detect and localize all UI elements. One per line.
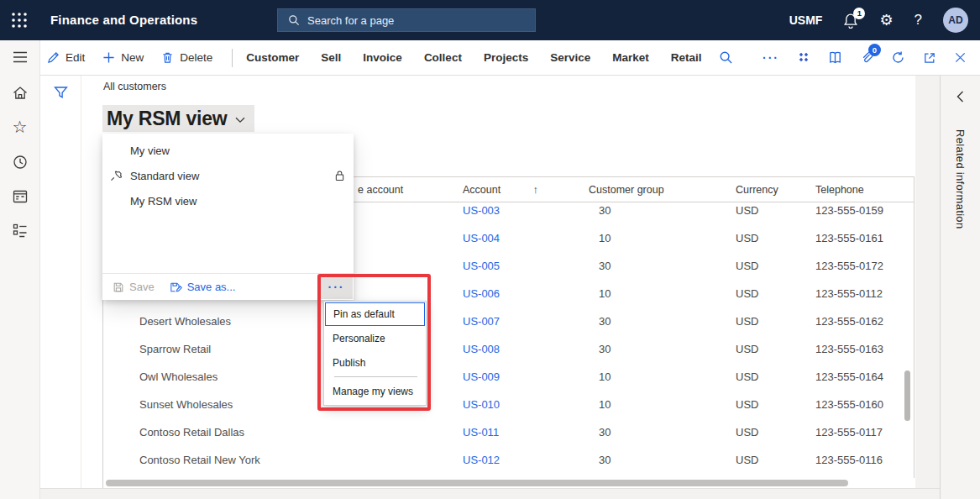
cell-customer-group: 10: [589, 232, 736, 244]
action-pane-tab[interactable]: Customer: [246, 51, 299, 64]
bottom-strip: [40, 488, 940, 499]
table-row[interactable]: Sparrow Retail US-008 30 USD 123-555-016…: [103, 335, 914, 363]
view-option-my-rsm-view[interactable]: My RSM view: [102, 188, 354, 213]
view-more-options-button[interactable]: ···: [320, 275, 353, 299]
horizontal-scrollbar-thumb[interactable]: [106, 480, 848, 486]
search-placeholder: Search for a page: [307, 14, 394, 27]
action-pane-tab[interactable]: Invoice: [363, 51, 402, 64]
delete-button[interactable]: Delete: [161, 51, 212, 64]
action-pane-search-icon[interactable]: [719, 50, 733, 65]
cell-telephone: 123-555-0172: [815, 260, 914, 272]
cell-customer-name: Desert Wholesales: [103, 315, 358, 328]
account-link[interactable]: US-012: [463, 454, 589, 466]
hamburger-menu-icon[interactable]: [13, 50, 28, 64]
view-selector-button[interactable]: My RSM view: [102, 105, 254, 132]
close-icon[interactable]: [954, 51, 967, 64]
menu-item-pin-as-default[interactable]: Pin as default: [325, 302, 425, 326]
refresh-icon[interactable]: [891, 50, 905, 65]
action-pane-tab[interactable]: Projects: [484, 51, 528, 64]
topbar-right-cluster: USMF 1 ⚙ ? AD: [789, 0, 968, 40]
view-title-text: My RSM view: [107, 108, 228, 130]
action-pane-tab[interactable]: Market: [612, 51, 649, 64]
cell-currency: USD: [736, 398, 815, 411]
table-row[interactable]: Desert Wholesales US-007 30 USD 123-555-…: [103, 307, 914, 335]
account-link[interactable]: US-003: [463, 204, 589, 217]
notifications-button[interactable]: 1: [843, 13, 858, 29]
cell-customer-name: Contoso Retail New York: [103, 454, 358, 466]
book-icon[interactable]: [828, 50, 842, 65]
action-pane-tab[interactable]: Sell: [321, 51, 341, 64]
edit-button[interactable]: Edit: [47, 51, 85, 64]
table-row[interactable]: Sunset Wholesales US-010 10 USD 123-555-…: [103, 391, 914, 418]
account-link[interactable]: US-007: [463, 315, 589, 328]
cell-telephone: 123-555-0117: [815, 426, 914, 439]
new-button[interactable]: New: [102, 51, 144, 64]
menu-item-personalize[interactable]: Personalize: [324, 326, 426, 350]
view-option-standard-view[interactable]: Standard view: [102, 163, 354, 188]
cell-telephone: 123-555-0164: [815, 370, 914, 383]
attachments-button[interactable]: 0: [860, 50, 873, 65]
cell-customer-group: 30: [589, 454, 736, 466]
page-search-input[interactable]: Search for a page: [277, 8, 536, 32]
table-row[interactable]: Contoso Retail Dallas US-011 30 USD 123-…: [103, 418, 914, 446]
save-as-button[interactable]: Save as...: [170, 281, 236, 293]
cell-currency: USD: [736, 315, 815, 328]
account-link[interactable]: US-006: [463, 287, 589, 300]
cell-currency: USD: [736, 454, 815, 466]
action-pane-tab[interactable]: Retail: [671, 51, 702, 64]
vertical-scrollbar-thumb[interactable]: [904, 370, 910, 421]
menu-item-publish[interactable]: Publish: [324, 350, 426, 375]
app-window: Finance and Operations Search for a page…: [0, 0, 980, 499]
table-row[interactable]: Contoso Retail New York US-012 30 USD 12…: [103, 446, 914, 474]
account-link[interactable]: US-009: [463, 370, 589, 383]
view-selector-dropdown: My view Standard view: [102, 134, 354, 300]
waffle-menu-icon[interactable]: [10, 11, 30, 31]
chevron-down-icon: [235, 117, 245, 123]
column-header-customer-group[interactable]: Customer group: [589, 184, 736, 196]
page-caption: All customers: [103, 81, 166, 92]
column-header-invoice-account[interactable]: e account: [358, 184, 463, 196]
chevron-left-icon[interactable]: [956, 91, 964, 102]
cell-customer-group: 30: [589, 315, 736, 328]
cell-customer-name: Contoso Retail Dallas: [103, 426, 358, 439]
filter-funnel-icon[interactable]: [54, 86, 68, 488]
account-link[interactable]: US-010: [463, 398, 589, 411]
menu-item-manage-my-views[interactable]: Manage my views: [324, 379, 426, 403]
modules-list-icon[interactable]: [13, 223, 28, 238]
filter-pane-strip: [40, 76, 81, 488]
cell-customer-group: 10: [589, 287, 736, 300]
action-pane-tab[interactable]: Collect: [424, 51, 462, 64]
cell-currency: USD: [736, 370, 815, 383]
account-link[interactable]: US-004: [463, 232, 589, 244]
favorites-star-icon[interactable]: ☆: [13, 120, 28, 134]
pin-icon: [102, 171, 130, 181]
column-header-currency[interactable]: Currency: [736, 184, 815, 196]
save-view-button[interactable]: Save: [113, 281, 155, 293]
account-link[interactable]: US-011: [463, 426, 589, 439]
account-link[interactable]: US-005: [463, 260, 589, 272]
table-row[interactable]: Owl Wholesales US-009 10 USD 123-555-016…: [103, 363, 914, 391]
right-gutter: [915, 76, 940, 499]
account-link[interactable]: US-008: [463, 343, 589, 355]
action-pane-tab[interactable]: Service: [550, 51, 590, 64]
user-avatar[interactable]: AD: [943, 8, 968, 33]
related-information-tab[interactable]: Related information: [954, 129, 967, 228]
company-picker[interactable]: USMF: [789, 13, 823, 27]
diamonds-icon[interactable]: [797, 51, 810, 65]
more-commands-icon[interactable]: ···: [763, 51, 779, 65]
settings-gear-icon[interactable]: ⚙: [879, 13, 893, 28]
view-option-my-view[interactable]: My view: [102, 138, 354, 163]
cell-currency: USD: [736, 287, 815, 300]
recent-clock-icon[interactable]: [13, 155, 28, 170]
cell-customer-name: Owl Wholesales: [103, 370, 358, 383]
action-pane-divider: [232, 49, 233, 67]
app-title: Finance and Operations: [50, 13, 197, 27]
column-header-account[interactable]: Account ↑: [463, 183, 589, 196]
column-header-telephone[interactable]: Telephone: [815, 184, 914, 196]
cell-customer-name: Sparrow Retail: [103, 343, 358, 355]
home-icon[interactable]: [13, 86, 28, 100]
help-icon[interactable]: ?: [914, 12, 922, 29]
workspaces-icon[interactable]: [13, 190, 28, 203]
save-as-icon: [170, 281, 182, 293]
open-in-new-window-icon[interactable]: [923, 51, 936, 65]
